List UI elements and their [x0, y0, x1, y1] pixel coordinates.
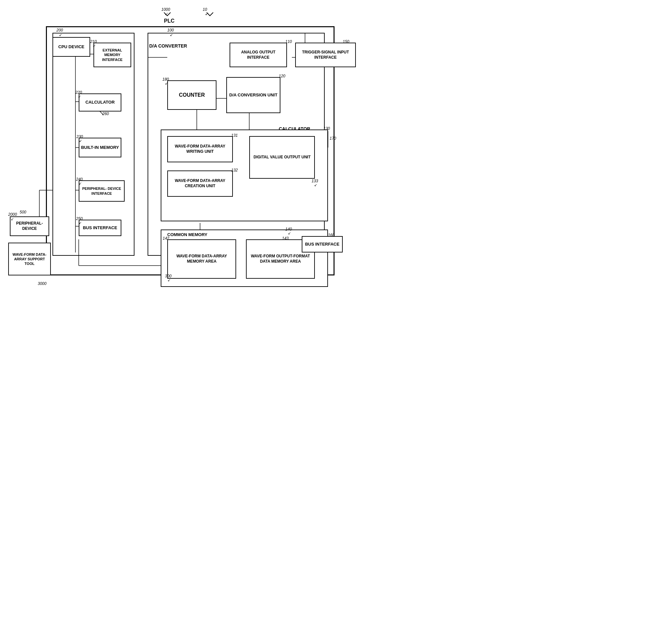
- ref-200: 200: [56, 28, 63, 33]
- ref-133: 133: [312, 179, 318, 183]
- ref-180-arrow: ↙: [165, 81, 168, 86]
- ref-132: 132: [231, 168, 238, 172]
- ref-1000-arrow: ↙: [165, 12, 168, 16]
- digital-value-output-block: DIGITAL VALUE OUTPUT UNIT: [249, 136, 315, 179]
- ref-100: 100: [167, 28, 174, 33]
- ref-300: 300: [165, 274, 172, 278]
- ref-170: 170: [330, 136, 336, 141]
- ref-130: 130: [324, 126, 330, 131]
- ref-300-arrow: ↙: [168, 278, 170, 282]
- da-conversion-unit-block: D/A CONVERSION UNIT: [226, 77, 280, 113]
- counter-block: COUNTER: [167, 80, 216, 110]
- built-in-memory-block: BUILT-IN MEMORY: [79, 138, 121, 157]
- ref-210: 210: [90, 39, 97, 44]
- ref-10-arrow: ↙: [205, 12, 208, 16]
- ref-220: 220: [75, 90, 82, 95]
- waveform-writing-block: WAVE-FORM DATA-ARRAY WRITING UNIT: [167, 136, 233, 162]
- ref-10: 10: [203, 7, 207, 12]
- ref-2000: 2000: [8, 212, 17, 217]
- ref-143: 143: [282, 236, 289, 241]
- ref-260: 260: [102, 112, 109, 116]
- ref-210-arrow: ↙: [93, 43, 96, 48]
- ref-180: 180: [162, 77, 169, 82]
- bus-interface-da-block: BUS INTERFACE: [302, 236, 343, 253]
- ref-2000-arrow: ↙: [11, 217, 14, 221]
- cpu-device-block: CPU DEVICE: [52, 37, 90, 57]
- plc-label: PLC: [164, 18, 175, 24]
- external-memory-block: EXTERNAL MEMORY INTERFACE: [93, 43, 131, 67]
- waveform-support-tool-block: WAVE-FORM DATA-ARRAY SUPPORT TOOL: [8, 243, 51, 275]
- peripheral-device-block: PERIPHERAL- DEVICE: [10, 216, 49, 236]
- ref-110: 110: [285, 39, 292, 44]
- da-converter-label: D/A CONVERTER: [149, 43, 187, 49]
- ref-230: 230: [76, 134, 83, 139]
- ref-160: 160: [328, 233, 334, 237]
- ref-250: 250: [76, 216, 83, 221]
- ref-142: 142: [163, 236, 169, 241]
- waveform-creation-block: WAVE-FORM DATA-ARRAY CREATION UNIT: [167, 170, 233, 197]
- ref-1000: 1000: [161, 7, 170, 12]
- ref-220-arrow: ↙: [78, 94, 81, 99]
- ref-140-arrow: ↙: [288, 231, 291, 235]
- ref-240: 240: [76, 177, 83, 182]
- ref-140: 140: [285, 227, 292, 231]
- analog-output-interface-block: ANALOG OUTPUT INTERFACE: [230, 43, 287, 67]
- ref-131: 131: [231, 133, 238, 138]
- peripheral-device-interface-block: PERIPHERAL- DEVICE INTERFACE: [79, 180, 125, 202]
- waveform-memory-area-block: WAVE-FORM DATA-ARRAY MEMORY AREA: [167, 239, 236, 279]
- ref-3000: 3000: [38, 281, 47, 286]
- ref-500: 500: [20, 210, 26, 215]
- ref-120: 120: [279, 74, 285, 78]
- ref-133-arrow: ↙: [314, 183, 317, 187]
- diagram: 10 ↙ 1000 ↙ PLC 200 ↙ 100 ↙ CPU DEVICE E…: [7, 7, 354, 288]
- ref-150: 150: [343, 39, 349, 44]
- calculator-cpu-block: CALCULATOR: [79, 93, 121, 112]
- ref-250-arrow: ↙: [79, 221, 82, 225]
- trigger-signal-block: TRIGGER-SIGNAL INPUT INTERFACE: [295, 43, 356, 67]
- common-memory-label: COMMON MEMORY: [167, 232, 207, 237]
- bus-interface-cpu-block: BUS INTERFACE: [79, 220, 121, 236]
- ref-240-arrow: ↙: [79, 181, 82, 185]
- ref-230-arrow: ↙: [79, 139, 82, 143]
